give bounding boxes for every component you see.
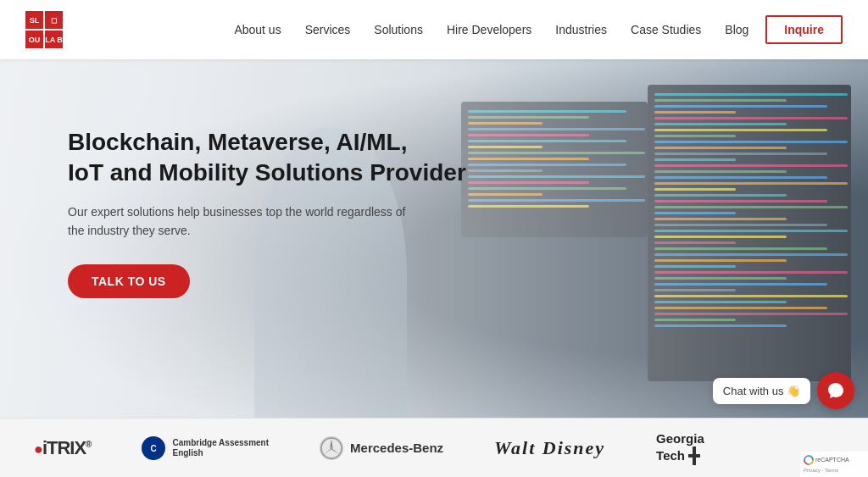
nav-item-hire[interactable]: Hire Developers (447, 22, 531, 37)
talk-to-us-button[interactable]: TALK TO US (68, 264, 190, 298)
clients-bar: ●iTRIX® C Cambridge Assessment English (0, 418, 868, 477)
logo-icon: SL ◻ OU LA B (25, 11, 63, 48)
chat-bubble: Chat with us 👋 (713, 378, 810, 404)
disney-wordmark: Walt Disney (494, 437, 605, 459)
hero-section: Blockchain, Metaverse, AI/ML, IoT and Mo… (0, 59, 868, 477)
svg-rect-12 (688, 454, 700, 458)
chat-icon (826, 381, 845, 400)
cambridge-text: Cambridge Assessment English (172, 438, 269, 458)
nav-item-about[interactable]: About us (234, 22, 281, 37)
recaptcha-icon (804, 455, 814, 465)
mercedes-logo: Mercedes-Benz (320, 436, 443, 460)
chat-button[interactable] (817, 372, 854, 409)
recaptcha-badge: reCAPTCHA Privacy - Terms (800, 452, 868, 477)
logo[interactable]: SL ◻ OU LA B (25, 11, 63, 48)
chat-widget[interactable]: Chat with us 👋 (713, 372, 854, 409)
svg-point-10 (330, 446, 333, 450)
inquire-button[interactable]: Inquire (765, 15, 843, 44)
cambridge-crest-icon: C (146, 441, 161, 456)
nav-links: About us Services Solutions Hire Develop… (234, 22, 748, 37)
nav-item-solutions[interactable]: Solutions (374, 22, 423, 37)
mercedes-wordmark: Mercedes-Benz (350, 441, 443, 455)
cambridge-icon: C (142, 436, 165, 460)
cambridge-logo: C Cambridge Assessment English (142, 436, 269, 460)
citrix-logo: ●iTRIX® (34, 437, 91, 459)
georgia-tech-wordmark: Georgia Tech (656, 431, 704, 465)
hero-content: Blockchain, Metaverse, AI/ML, IoT and Mo… (68, 127, 466, 298)
nav-item-services[interactable]: Services (305, 22, 351, 37)
recaptcha-label: reCAPTCHA (815, 456, 849, 464)
hero-title: Blockchain, Metaverse, AI/ML, IoT and Mo… (68, 127, 466, 189)
nav-item-case-studies[interactable]: Case Studies (631, 22, 701, 37)
georgia-tech-icon (688, 446, 700, 465)
recaptcha-links: Privacy - Terms (804, 467, 865, 474)
citrix-wordmark: ●iTRIX® (34, 437, 91, 459)
disney-logo: Walt Disney (494, 437, 605, 459)
mercedes-star-icon (320, 436, 343, 460)
nav-item-blog[interactable]: Blog (725, 22, 748, 37)
navbar: SL ◻ OU LA B About us Services Solutions… (0, 0, 868, 59)
hero-subtitle: Our expert solutions help businesses top… (68, 202, 407, 241)
svg-text:C: C (151, 444, 157, 453)
georgia-tech-logo: Georgia Tech (656, 431, 704, 465)
nav-item-industries[interactable]: Industries (555, 22, 607, 37)
